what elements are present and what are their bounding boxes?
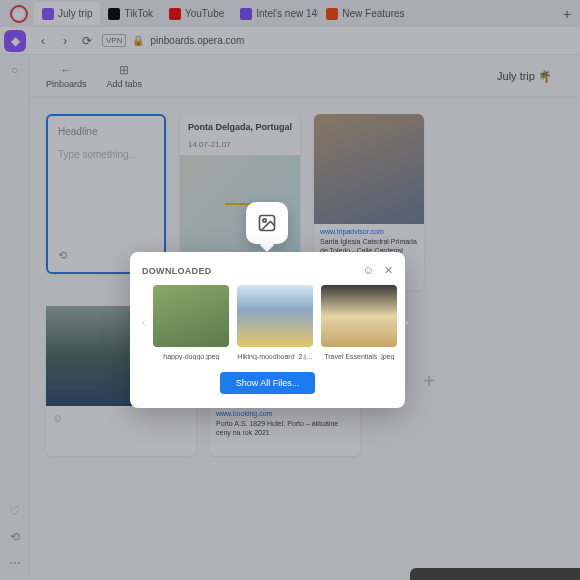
show-all-files-button[interactable]: Show All Files...	[220, 372, 316, 394]
download-thumb-0[interactable]: happy-doggo.jpeg	[153, 285, 229, 360]
thumb-filename: happy-doggo.jpeg	[163, 353, 219, 360]
thumb-filename: Travel Essentials .jpeg	[324, 353, 394, 360]
next-arrow-icon[interactable]: ›	[405, 317, 408, 328]
downloads-popup: DOWNLOADED ☺ ✕ ‹ happy-doggo.jpegHiking-…	[130, 252, 405, 408]
thumb-image	[321, 285, 397, 347]
thumb-image	[153, 285, 229, 347]
popup-title: DOWNLOADED	[142, 266, 212, 276]
close-icon[interactable]: ✕	[384, 264, 393, 277]
device-frame	[410, 568, 580, 580]
download-thumb-2[interactable]: Travel Essentials .jpeg	[321, 285, 397, 360]
picture-icon	[257, 213, 277, 233]
prev-arrow-icon[interactable]: ‹	[142, 317, 145, 328]
thumb-image	[237, 285, 313, 347]
emoji-icon[interactable]: ☺	[363, 264, 374, 277]
thumb-filename: Hiking-moodboard_2.jpeg	[237, 353, 313, 360]
svg-point-1	[263, 219, 266, 222]
download-thumb-1[interactable]: Hiking-moodboard_2.jpeg	[237, 285, 313, 360]
image-insert-anchor	[246, 202, 288, 244]
